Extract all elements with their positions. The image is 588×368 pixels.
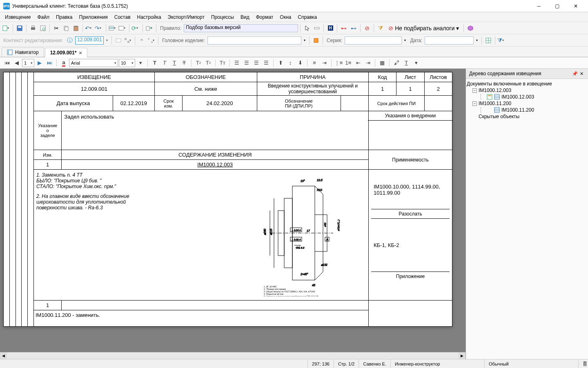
cube-button[interactable] <box>466 24 475 33</box>
tree-view[interactable]: Документы включенные в извещение − IM100… <box>466 79 588 121</box>
pointer-button[interactable] <box>303 24 312 33</box>
prev-page-button[interactable]: ◀ <box>12 58 21 67</box>
cell-body2-no[interactable]: 1 <box>33 301 61 310</box>
context-info-button[interactable]: ⓘ <box>65 36 74 45</box>
first-page-button[interactable]: ⏮ <box>2 58 11 67</box>
valign-bottom-button[interactable]: ⬇ <box>296 58 305 67</box>
link-broken-button[interactable]: ⊘ <box>363 24 372 33</box>
save-button[interactable] <box>15 24 24 33</box>
cell-distribution-text[interactable]: КБ-1, КБ-2 <box>371 219 450 272</box>
series-dd[interactable]: ▾ <box>403 36 408 45</box>
maximize-button[interactable]: ▢ <box>548 0 566 12</box>
cell-doc-ref[interactable]: IM1000.12.003 <box>62 160 369 170</box>
menu-view[interactable]: Вид <box>237 13 253 21</box>
borders-button[interactable]: ▦ <box>378 58 387 67</box>
bullet-list-button[interactable]: ⋮≡ <box>334 58 343 67</box>
context-dd-arrow[interactable]: ▾ <box>105 36 109 45</box>
new-doc-button[interactable]: ▾ <box>2 24 11 33</box>
valign-top-button[interactable]: ⬆ <box>276 58 285 67</box>
menu-notice[interactable]: Извещение <box>2 13 34 21</box>
context-tree-button[interactable]: ▾ <box>124 36 133 45</box>
refresh-button[interactable]: ⟳▾ <box>131 24 140 33</box>
cell-change-description[interactable]: 1. Заменить п. 4 ТТ БЫЛО: "Покрытие Ц9 б… <box>33 170 368 301</box>
cell-sheets[interactable]: 2 <box>424 82 452 96</box>
superscript-button[interactable]: T2 <box>204 58 213 67</box>
cell-code[interactable]: 1 <box>368 82 396 96</box>
export-button[interactable]: ▾ <box>145 24 154 33</box>
hierarchy-red-button[interactable]: ⊷ <box>339 24 348 33</box>
menu-format[interactable]: Формат <box>253 13 277 21</box>
page-number-input[interactable]: 1 <box>22 59 34 67</box>
h-button[interactable]: H <box>326 24 335 33</box>
align-right-button[interactable]: ☰ <box>252 58 261 67</box>
print-preview-button[interactable] <box>38 24 47 33</box>
line-spacing-button[interactable]: ≡ <box>310 58 319 67</box>
tab-navigator[interactable]: Навигатор <box>2 47 44 57</box>
highlight-button[interactable]: 🖍 <box>392 58 401 67</box>
menu-edit[interactable]: Правка <box>53 13 76 21</box>
tree-collapse-icon[interactable]: − <box>472 88 477 93</box>
noanalog-button[interactable]: ⊘Не подбирать аналоги▾ <box>386 24 461 33</box>
align-justify-button[interactable]: ☰ <box>262 58 271 67</box>
cell-body2-text[interactable]: IM1000.11.200 - заменить. <box>33 310 368 327</box>
italic-button[interactable]: T <box>160 58 169 67</box>
cell-designation[interactable]: См. ниже <box>155 82 257 96</box>
panel-pin-button[interactable]: 📌 <box>572 70 578 77</box>
font-name-select[interactable]: Arial <box>69 59 118 67</box>
menu-processes[interactable]: Процессы <box>208 13 237 21</box>
indent2-button[interactable]: ⇥ <box>363 58 372 67</box>
next-page-button[interactable]: ▶ <box>35 58 44 67</box>
cell-applicability-text[interactable]: IM1000.10.000, 1114.99.00, 1011.99.00 <box>371 171 450 209</box>
cut-button[interactable]: ✂ <box>52 24 61 33</box>
cell-reason[interactable]: Введение конструктивных улучшений и усов… <box>257 82 368 96</box>
strike-button[interactable]: T <box>180 58 189 67</box>
redo-button[interactable]: ↷▾ <box>95 24 104 33</box>
align-center-button[interactable]: ☰ <box>242 58 251 67</box>
numbered-list-button[interactable]: 1≡ <box>344 58 353 67</box>
date-dd[interactable]: ▾ <box>474 36 479 45</box>
tree-collapse-icon[interactable]: − <box>472 101 477 106</box>
valign-middle-button[interactable]: ↕ <box>286 58 295 67</box>
cell-sheet[interactable]: 1 <box>396 82 424 96</box>
underline-button[interactable]: T <box>170 58 179 67</box>
insert-row-button[interactable]: ▾ <box>108 24 117 33</box>
hierarchy-dd-button[interactable]: ▾ <box>147 36 156 45</box>
tree-node-1[interactable]: − IM1000.12.003 <box>467 87 587 94</box>
apply-context-button[interactable] <box>114 36 123 45</box>
menu-apps[interactable]: Приложения <box>76 13 111 21</box>
rule-select[interactable]: Подбор базовых версий <box>184 24 298 32</box>
cell-notice-number[interactable]: 12.009.001 <box>33 82 154 96</box>
menu-export[interactable]: Экспорт/Импорт <box>165 13 208 21</box>
last-page-button[interactable]: ⏭ <box>45 58 54 67</box>
cell-backlog-text[interactable]: Задел использовать <box>62 111 369 150</box>
cell-change-period[interactable]: 24.02.2020 <box>183 96 257 111</box>
grid-button[interactable] <box>484 36 493 45</box>
cell-change-no[interactable]: 1 <box>33 160 61 170</box>
print-button[interactable] <box>29 24 38 33</box>
date-input[interactable] <box>425 36 474 45</box>
font-size-select[interactable]: 10 <box>119 59 135 67</box>
text-case-button[interactable]: Tт <box>218 58 227 67</box>
menu-composition[interactable]: Состав <box>111 13 134 21</box>
menu-settings[interactable]: Настройка <box>134 13 165 21</box>
tree-node-1-child[interactable]: IM1000.12.003 <box>467 94 587 100</box>
outdent-button[interactable]: ⇤ <box>354 58 363 67</box>
tree-node-2-child[interactable]: IM1000.11.200 <box>467 107 587 113</box>
clear-format-button[interactable]: T <box>402 58 411 67</box>
main-product-input[interactable] <box>207 36 301 45</box>
document-scroll[interactable]: ИЗВЕЩЕНИЕ ОБОЗНАЧЕНИЕ ПРИЧИНА Код Лист Л… <box>0 69 466 359</box>
format-dd[interactable]: ▾ <box>412 58 421 67</box>
copy-button[interactable] <box>62 24 71 33</box>
cell-pi-value[interactable] <box>341 96 368 111</box>
context-value-input[interactable]: 12.009.001 <box>75 36 104 45</box>
font-color-button[interactable]: a <box>59 58 68 67</box>
tree-node-2[interactable]: − IM1000.11.200 <box>467 100 587 107</box>
status-db-icon[interactable]: 🗄 <box>578 359 588 368</box>
horizontal-scrollbar[interactable]: ◀ ▶ <box>0 352 466 359</box>
main-product-dd[interactable]: ▾ <box>302 36 307 45</box>
product-link-button[interactable] <box>312 36 321 45</box>
paste-button[interactable] <box>71 24 80 33</box>
scroll-right-button[interactable]: ▶ <box>459 352 466 359</box>
minimize-button[interactable]: ─ <box>530 0 548 12</box>
filter-button[interactable]: ⧩▾ <box>497 36 506 45</box>
